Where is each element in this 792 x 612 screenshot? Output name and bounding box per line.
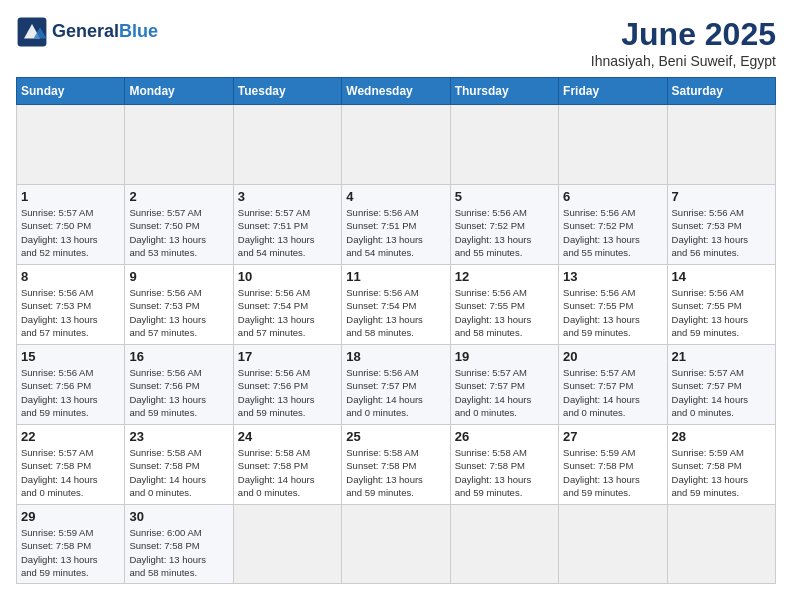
calendar-cell: 4Sunrise: 5:56 AM Sunset: 7:51 PM Daylig… (342, 185, 450, 265)
calendar-cell: 26Sunrise: 5:58 AM Sunset: 7:58 PM Dayli… (450, 425, 558, 505)
calendar-cell: 15Sunrise: 5:56 AM Sunset: 7:56 PM Dayli… (17, 345, 125, 425)
day-info: Sunrise: 5:56 AM Sunset: 7:51 PM Dayligh… (346, 206, 445, 259)
day-info: Sunrise: 6:00 AM Sunset: 7:58 PM Dayligh… (129, 526, 228, 579)
calendar-cell: 2Sunrise: 5:57 AM Sunset: 7:50 PM Daylig… (125, 185, 233, 265)
day-info: Sunrise: 5:56 AM Sunset: 7:55 PM Dayligh… (563, 286, 662, 339)
calendar-cell: 14Sunrise: 5:56 AM Sunset: 7:55 PM Dayli… (667, 265, 775, 345)
day-info: Sunrise: 5:56 AM Sunset: 7:55 PM Dayligh… (672, 286, 771, 339)
calendar-cell: 20Sunrise: 5:57 AM Sunset: 7:57 PM Dayli… (559, 345, 667, 425)
day-number: 11 (346, 269, 445, 284)
weekday-header-wednesday: Wednesday (342, 78, 450, 105)
day-info: Sunrise: 5:58 AM Sunset: 7:58 PM Dayligh… (238, 446, 337, 499)
weekday-header-tuesday: Tuesday (233, 78, 341, 105)
day-number: 1 (21, 189, 120, 204)
day-number: 21 (672, 349, 771, 364)
day-number: 6 (563, 189, 662, 204)
calendar-week-row (17, 105, 776, 185)
calendar-cell: 3Sunrise: 5:57 AM Sunset: 7:51 PM Daylig… (233, 185, 341, 265)
page-header: GeneralBlue June 2025 Ihnasiyah, Beni Su… (16, 16, 776, 69)
calendar-cell (450, 505, 558, 584)
day-info: Sunrise: 5:57 AM Sunset: 7:57 PM Dayligh… (563, 366, 662, 419)
day-number: 27 (563, 429, 662, 444)
calendar-cell: 30Sunrise: 6:00 AM Sunset: 7:58 PM Dayli… (125, 505, 233, 584)
day-number: 26 (455, 429, 554, 444)
day-info: Sunrise: 5:57 AM Sunset: 7:57 PM Dayligh… (455, 366, 554, 419)
calendar-cell (342, 105, 450, 185)
day-info: Sunrise: 5:57 AM Sunset: 7:50 PM Dayligh… (21, 206, 120, 259)
day-info: Sunrise: 5:57 AM Sunset: 7:50 PM Dayligh… (129, 206, 228, 259)
calendar-cell: 27Sunrise: 5:59 AM Sunset: 7:58 PM Dayli… (559, 425, 667, 505)
day-number: 20 (563, 349, 662, 364)
calendar-cell: 6Sunrise: 5:56 AM Sunset: 7:52 PM Daylig… (559, 185, 667, 265)
day-info: Sunrise: 5:56 AM Sunset: 7:53 PM Dayligh… (129, 286, 228, 339)
calendar-cell (667, 105, 775, 185)
day-number: 13 (563, 269, 662, 284)
weekday-header-sunday: Sunday (17, 78, 125, 105)
calendar-cell (342, 505, 450, 584)
weekday-header-saturday: Saturday (667, 78, 775, 105)
day-info: Sunrise: 5:57 AM Sunset: 7:58 PM Dayligh… (21, 446, 120, 499)
calendar-cell (559, 505, 667, 584)
day-number: 23 (129, 429, 228, 444)
calendar-cell (450, 105, 558, 185)
day-info: Sunrise: 5:56 AM Sunset: 7:54 PM Dayligh… (346, 286, 445, 339)
day-info: Sunrise: 5:56 AM Sunset: 7:56 PM Dayligh… (238, 366, 337, 419)
logo-text: GeneralBlue (52, 22, 158, 42)
day-number: 18 (346, 349, 445, 364)
day-info: Sunrise: 5:59 AM Sunset: 7:58 PM Dayligh… (563, 446, 662, 499)
calendar-cell (233, 105, 341, 185)
day-info: Sunrise: 5:56 AM Sunset: 7:52 PM Dayligh… (455, 206, 554, 259)
weekday-header-monday: Monday (125, 78, 233, 105)
day-info: Sunrise: 5:56 AM Sunset: 7:56 PM Dayligh… (21, 366, 120, 419)
day-info: Sunrise: 5:56 AM Sunset: 7:55 PM Dayligh… (455, 286, 554, 339)
calendar-cell: 21Sunrise: 5:57 AM Sunset: 7:57 PM Dayli… (667, 345, 775, 425)
day-info: Sunrise: 5:57 AM Sunset: 7:57 PM Dayligh… (672, 366, 771, 419)
day-number: 4 (346, 189, 445, 204)
calendar-cell: 19Sunrise: 5:57 AM Sunset: 7:57 PM Dayli… (450, 345, 558, 425)
calendar-week-row: 15Sunrise: 5:56 AM Sunset: 7:56 PM Dayli… (17, 345, 776, 425)
day-number: 5 (455, 189, 554, 204)
day-number: 25 (346, 429, 445, 444)
weekday-header-thursday: Thursday (450, 78, 558, 105)
calendar-cell: 1Sunrise: 5:57 AM Sunset: 7:50 PM Daylig… (17, 185, 125, 265)
calendar-cell: 28Sunrise: 5:59 AM Sunset: 7:58 PM Dayli… (667, 425, 775, 505)
calendar-cell: 16Sunrise: 5:56 AM Sunset: 7:56 PM Dayli… (125, 345, 233, 425)
calendar-week-row: 8Sunrise: 5:56 AM Sunset: 7:53 PM Daylig… (17, 265, 776, 345)
day-number: 9 (129, 269, 228, 284)
day-number: 10 (238, 269, 337, 284)
title-block: June 2025 Ihnasiyah, Beni Suweif, Egypt (591, 16, 776, 69)
calendar-cell: 12Sunrise: 5:56 AM Sunset: 7:55 PM Dayli… (450, 265, 558, 345)
calendar-cell: 25Sunrise: 5:58 AM Sunset: 7:58 PM Dayli… (342, 425, 450, 505)
day-number: 14 (672, 269, 771, 284)
calendar-cell: 9Sunrise: 5:56 AM Sunset: 7:53 PM Daylig… (125, 265, 233, 345)
day-number: 7 (672, 189, 771, 204)
day-number: 19 (455, 349, 554, 364)
day-info: Sunrise: 5:58 AM Sunset: 7:58 PM Dayligh… (455, 446, 554, 499)
weekday-header-friday: Friday (559, 78, 667, 105)
calendar-cell: 8Sunrise: 5:56 AM Sunset: 7:53 PM Daylig… (17, 265, 125, 345)
day-info: Sunrise: 5:56 AM Sunset: 7:52 PM Dayligh… (563, 206, 662, 259)
calendar-cell: 13Sunrise: 5:56 AM Sunset: 7:55 PM Dayli… (559, 265, 667, 345)
day-info: Sunrise: 5:56 AM Sunset: 7:53 PM Dayligh… (672, 206, 771, 259)
day-info: Sunrise: 5:57 AM Sunset: 7:51 PM Dayligh… (238, 206, 337, 259)
calendar-cell: 24Sunrise: 5:58 AM Sunset: 7:58 PM Dayli… (233, 425, 341, 505)
calendar-week-row: 22Sunrise: 5:57 AM Sunset: 7:58 PM Dayli… (17, 425, 776, 505)
day-number: 29 (21, 509, 120, 524)
calendar-cell: 23Sunrise: 5:58 AM Sunset: 7:58 PM Dayli… (125, 425, 233, 505)
day-info: Sunrise: 5:56 AM Sunset: 7:54 PM Dayligh… (238, 286, 337, 339)
day-info: Sunrise: 5:59 AM Sunset: 7:58 PM Dayligh… (21, 526, 120, 579)
month-title: June 2025 (591, 16, 776, 53)
logo-icon (16, 16, 48, 48)
day-number: 15 (21, 349, 120, 364)
day-number: 16 (129, 349, 228, 364)
calendar-cell: 17Sunrise: 5:56 AM Sunset: 7:56 PM Dayli… (233, 345, 341, 425)
day-info: Sunrise: 5:58 AM Sunset: 7:58 PM Dayligh… (346, 446, 445, 499)
calendar-week-row: 29Sunrise: 5:59 AM Sunset: 7:58 PM Dayli… (17, 505, 776, 584)
calendar-cell: 18Sunrise: 5:56 AM Sunset: 7:57 PM Dayli… (342, 345, 450, 425)
calendar-cell: 7Sunrise: 5:56 AM Sunset: 7:53 PM Daylig… (667, 185, 775, 265)
calendar-week-row: 1Sunrise: 5:57 AM Sunset: 7:50 PM Daylig… (17, 185, 776, 265)
location-subtitle: Ihnasiyah, Beni Suweif, Egypt (591, 53, 776, 69)
calendar-cell (17, 105, 125, 185)
day-info: Sunrise: 5:56 AM Sunset: 7:57 PM Dayligh… (346, 366, 445, 419)
weekday-header-row: SundayMondayTuesdayWednesdayThursdayFrid… (17, 78, 776, 105)
